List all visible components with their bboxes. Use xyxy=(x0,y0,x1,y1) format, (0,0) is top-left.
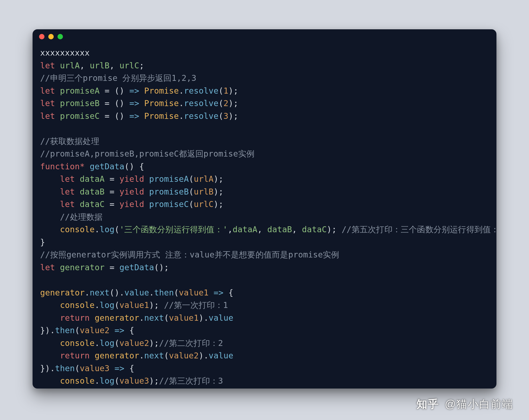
var-urlA: urlA xyxy=(60,61,80,70)
kw-let: let xyxy=(40,111,55,121)
method-then: then xyxy=(154,288,174,297)
arg-urlC: urlC xyxy=(194,199,213,209)
param-value3: value3 xyxy=(80,364,110,373)
call-promiseB: promiseB xyxy=(149,187,189,196)
ref-generator: generator xyxy=(95,313,139,323)
comment-promises: //promiseA,promiseB,promiseC都返回promise实例 xyxy=(40,149,254,158)
arg-value2: value2 xyxy=(119,338,149,348)
stage: xxxxxxxxxx let urlA, urlB, urlC; //申明三个p… xyxy=(0,0,529,420)
kw-let: let xyxy=(60,174,75,184)
kw-yield: yield xyxy=(119,199,144,209)
arg-value2: value2 xyxy=(169,351,199,360)
prop-value: value xyxy=(209,313,233,323)
param-value1: value1 xyxy=(179,288,209,297)
call-promiseC: promiseC xyxy=(149,199,189,209)
var-promiseC: promiseC xyxy=(60,111,100,121)
arg-dataB: dataB xyxy=(267,225,292,234)
var-promiseB: promiseB xyxy=(60,98,100,108)
var-generator: generator xyxy=(60,263,104,272)
string-result: '三个函数分别运行得到值：' xyxy=(119,225,228,234)
comment-fetch: //获取数据处理 xyxy=(40,136,99,146)
watermark-text: @猫小白前端 xyxy=(445,396,513,412)
kw-yield: yield xyxy=(119,174,144,184)
comment-print1: //第一次打印：1 xyxy=(164,300,228,310)
method-then: then xyxy=(55,364,75,373)
comment-print3: //第三次打印：3 xyxy=(159,376,223,386)
var-urlC: urlC xyxy=(119,61,139,70)
method-next: next xyxy=(144,351,164,360)
close-icon[interactable] xyxy=(39,34,44,39)
console: console xyxy=(60,300,95,310)
param-value2: value2 xyxy=(80,326,110,335)
type-promise: Promise xyxy=(144,86,179,96)
kw-let: let xyxy=(60,187,75,196)
comment-usage: //按照generator实例调用方式 注意：value并不是想要的值而是pro… xyxy=(40,250,339,259)
ref-generator: generator xyxy=(95,351,139,360)
num-3: 3 xyxy=(224,111,228,121)
method-resolve: resolve xyxy=(184,86,219,96)
titlebar xyxy=(33,29,496,44)
var-dataC: dataC xyxy=(80,199,104,209)
method-next: next xyxy=(144,313,164,323)
call-promiseA: promiseA xyxy=(149,174,189,184)
console: console xyxy=(60,376,95,386)
kw-let: let xyxy=(40,86,55,96)
method-then: then xyxy=(55,326,75,335)
arg-value1: value1 xyxy=(169,313,199,323)
minimize-icon[interactable] xyxy=(48,34,54,39)
var-dataB: dataB xyxy=(80,187,104,196)
code-window: xxxxxxxxxx let urlA, urlB, urlC; //申明三个p… xyxy=(33,29,496,389)
arg-dataA: dataA xyxy=(232,225,257,234)
kw-function: function* xyxy=(40,162,85,171)
call-getData: getData xyxy=(119,263,154,272)
line-1: xxxxxxxxxx xyxy=(40,48,90,58)
arg-dataC: dataC xyxy=(302,225,327,234)
fn-getData: getData xyxy=(90,162,125,171)
kw-let: let xyxy=(40,263,55,272)
code-block: xxxxxxxxxx let urlA, urlB, urlC; //申明三个p… xyxy=(33,44,496,389)
kw-yield: yield xyxy=(119,187,144,196)
num-2: 2 xyxy=(224,98,228,108)
comment-process: //处理数据 xyxy=(60,212,103,222)
comment-print5: //第五次打印：三个函数分别运行得到值： 1 2 3 xyxy=(342,225,496,234)
watermark: 知乎 @猫小白前端 xyxy=(416,396,513,412)
type-promise: Promise xyxy=(144,98,179,108)
var-dataA: dataA xyxy=(80,174,104,184)
method-log: log xyxy=(100,338,114,348)
kw-let: let xyxy=(60,199,75,209)
method-log: log xyxy=(100,376,114,386)
ref-generator: generator xyxy=(40,288,85,297)
method-log: log xyxy=(100,300,114,310)
method-next: next xyxy=(90,288,110,297)
console: console xyxy=(60,225,95,234)
arg-urlB: urlB xyxy=(194,187,213,196)
comment-print2: //第二次打印：2 xyxy=(159,338,223,348)
arg-value3: value3 xyxy=(119,376,149,386)
var-urlB: urlB xyxy=(90,61,110,70)
kw-let: let xyxy=(40,61,55,70)
zhihu-logo-icon: 知乎 xyxy=(416,398,440,410)
var-promiseA: promiseA xyxy=(60,86,100,96)
kw-return: return xyxy=(60,351,90,360)
num-1: 1 xyxy=(224,86,228,96)
type-promise: Promise xyxy=(144,111,179,121)
kw-let: let xyxy=(40,98,55,108)
arg-value1: value1 xyxy=(119,300,149,310)
method-resolve: resolve xyxy=(184,111,219,121)
console: console xyxy=(60,338,95,348)
maximize-icon[interactable] xyxy=(58,34,63,39)
prop-value: value xyxy=(124,288,149,297)
comment-declare: //申明三个promise 分别异步返回1,2,3 xyxy=(40,73,196,83)
method-log: log xyxy=(100,225,114,234)
kw-return: return xyxy=(60,313,90,323)
prop-value: value xyxy=(209,351,233,360)
arg-urlA: urlA xyxy=(194,174,213,184)
method-resolve: resolve xyxy=(184,98,219,108)
